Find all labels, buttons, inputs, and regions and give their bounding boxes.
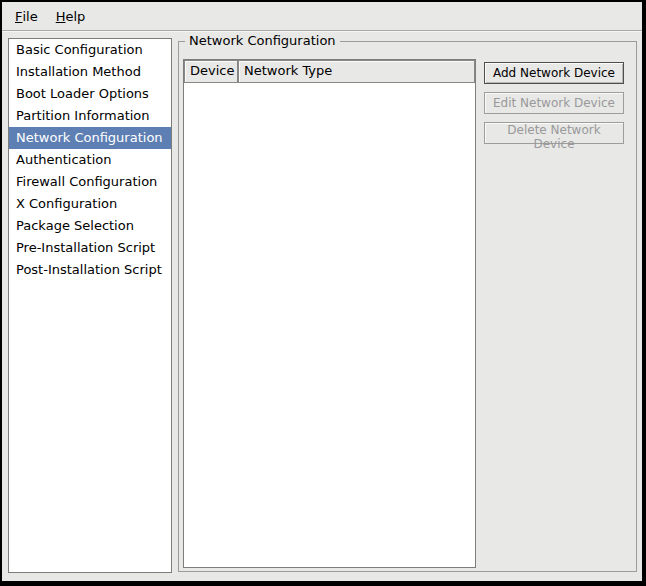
frame-title: Network Configuration — [185, 33, 340, 48]
menu-label: ile — [22, 9, 37, 24]
network-device-table: DeviceNetwork Type — [183, 59, 476, 568]
menu-label-mnemonic: F — [15, 9, 22, 24]
window: FileHelp Basic ConfigurationInstallation… — [0, 0, 646, 586]
column-header-device[interactable]: Device — [184, 60, 238, 83]
edit-network-device-button[interactable]: Edit Network Device — [484, 92, 624, 114]
network-configuration-frame: Network Configuration DeviceNetwork Type… — [178, 41, 637, 572]
sidebar-item-boot-loader-options[interactable]: Boot Loader Options — [9, 83, 171, 105]
menu-help[interactable]: Help — [47, 2, 95, 30]
sidebar-item-partition-information[interactable]: Partition Information — [9, 105, 171, 127]
sidebar-list: Basic ConfigurationInstallation MethodBo… — [8, 38, 172, 573]
sidebar-item-installation-method[interactable]: Installation Method — [9, 61, 171, 83]
table-body[interactable] — [184, 83, 475, 567]
sidebar-item-authentication[interactable]: Authentication — [9, 149, 171, 171]
sidebar-item-basic-configuration[interactable]: Basic Configuration — [9, 39, 171, 61]
sidebar-item-post-installation-script[interactable]: Post-Installation Script — [9, 259, 171, 281]
sidebar-item-x-configuration[interactable]: X Configuration — [9, 193, 171, 215]
sidebar-item-firewall-configuration[interactable]: Firewall Configuration — [9, 171, 171, 193]
column-header-network-type[interactable]: Network Type — [238, 60, 475, 83]
add-network-device-button[interactable]: Add Network Device — [484, 62, 624, 84]
menu-label: elp — [66, 9, 86, 24]
table-header: DeviceNetwork Type — [184, 60, 475, 83]
delete-network-device-button[interactable]: Delete Network Device — [484, 122, 624, 144]
button-column: Add Network DeviceEdit Network DeviceDel… — [484, 62, 624, 152]
menubar: FileHelp — [2, 2, 642, 31]
menu-label-mnemonic: H — [56, 9, 66, 24]
menu-file[interactable]: File — [6, 2, 47, 30]
sidebar-item-network-configuration[interactable]: Network Configuration — [9, 127, 171, 149]
sidebar-item-pre-installation-script[interactable]: Pre-Installation Script — [9, 237, 171, 259]
sidebar-item-package-selection[interactable]: Package Selection — [9, 215, 171, 237]
